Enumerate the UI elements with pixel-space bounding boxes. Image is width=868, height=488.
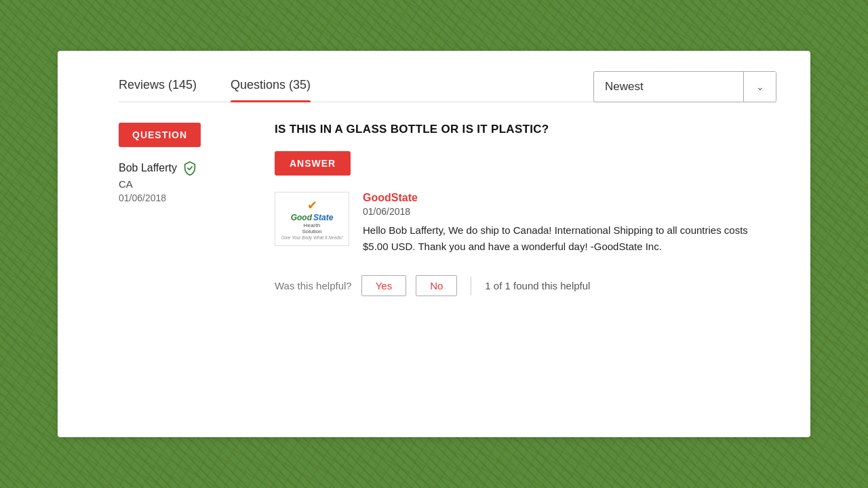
logo-name-row: Good State bbox=[291, 213, 334, 222]
chevron-down-icon[interactable]: ⌄ bbox=[743, 72, 776, 102]
logo-health: Health bbox=[304, 222, 321, 228]
user-info: Bob Lafferty bbox=[119, 161, 254, 176]
answer-badge[interactable]: ANSWER bbox=[275, 151, 351, 176]
answer-company-name: GoodState bbox=[363, 192, 770, 204]
logo-good: Good bbox=[291, 213, 312, 222]
sort-label: Newest bbox=[594, 80, 743, 94]
sort-dropdown[interactable]: Newest ⌄ bbox=[593, 71, 776, 102]
helpful-label: Was this helpful? bbox=[275, 280, 352, 291]
vertical-divider bbox=[471, 277, 471, 296]
logo-solution: Solution bbox=[302, 228, 322, 235]
tabs-row: Reviews (145) Questions (35) Newest ⌄ bbox=[119, 78, 776, 102]
no-button[interactable]: No bbox=[416, 275, 457, 296]
answer-meta: GoodState 01/06/2018 Hello Bob Lafferty,… bbox=[363, 192, 770, 255]
question-text: IS THIS IN A GLASS BOTTLE OR IS IT PLAST… bbox=[275, 123, 776, 136]
tab-questions[interactable]: Questions (35) bbox=[231, 78, 311, 102]
user-name: Bob Lafferty bbox=[119, 162, 177, 174]
company-logo: ✔ Good State Health Solution Give Your B… bbox=[275, 192, 349, 246]
answer-date: 01/06/2018 bbox=[363, 206, 770, 217]
logo-checkmark-icon: ✔ bbox=[307, 198, 317, 213]
question-badge: QUESTION bbox=[119, 123, 201, 147]
logo-state: State bbox=[313, 213, 333, 222]
user-location: CA bbox=[119, 178, 254, 190]
right-content: IS THIS IN A GLASS BOTTLE OR IS IT PLAST… bbox=[275, 123, 776, 296]
yes-button[interactable]: Yes bbox=[361, 275, 406, 296]
main-card: Reviews (145) Questions (35) Newest ⌄ QU… bbox=[58, 51, 810, 437]
helpful-row: Was this helpful? Yes No 1 of 1 found th… bbox=[275, 275, 776, 296]
user-date: 01/06/2018 bbox=[119, 192, 254, 203]
content-area: QUESTION Bob Lafferty CA 01/06/2018 IS T… bbox=[119, 123, 776, 296]
tab-reviews[interactable]: Reviews (145) bbox=[119, 78, 197, 102]
answer-block: ✔ Good State Health Solution Give Your B… bbox=[275, 192, 776, 255]
left-sidebar: QUESTION Bob Lafferty CA 01/06/2018 bbox=[119, 123, 254, 296]
logo-tagline: Give Your Body What It Needs! bbox=[281, 235, 342, 240]
answer-text: Hello Bob Lafferty, We do ship to Canada… bbox=[363, 222, 770, 255]
helpful-count: 1 of 1 found this helpful bbox=[485, 280, 590, 291]
verified-shield-icon bbox=[182, 161, 197, 176]
logo-wrapper: ✔ Good State Health Solution Give Your B… bbox=[279, 197, 344, 241]
